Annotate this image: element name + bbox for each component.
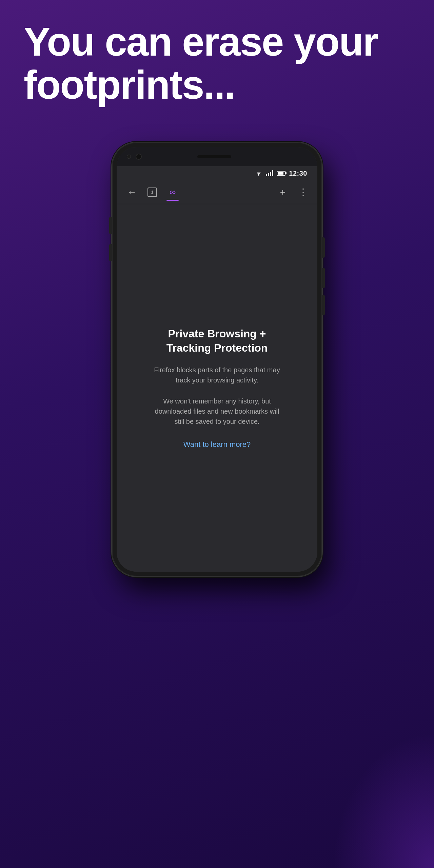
battery-icon: [277, 171, 285, 176]
phone-screen: 12:30 ← 1 ∞: [117, 147, 317, 572]
accent-gradient-decoration: [332, 732, 434, 868]
notch-bar: [117, 147, 317, 166]
normal-tab-count-icon: 1: [147, 188, 157, 197]
private-mask-icon: ∞: [170, 187, 176, 197]
status-time: 12:30: [289, 170, 307, 177]
headline-text: You can erase your footprints...: [24, 20, 410, 107]
phone-mockup: 12:30 ← 1 ∞: [112, 142, 322, 576]
menu-button[interactable]: ⋮: [296, 185, 311, 200]
tab-bar-actions: + ⋮: [275, 185, 311, 200]
browser-main-content: Private Browsing +Tracking Protection Fi…: [117, 204, 317, 572]
tab-switcher: 1 ∞: [144, 184, 181, 201]
phone-outer-shell: 12:30 ← 1 ∞: [112, 142, 322, 576]
normal-tabs-button[interactable]: 1: [144, 184, 161, 201]
private-browsing-title: Private Browsing +Tracking Protection: [166, 327, 268, 355]
camera-small: [127, 155, 131, 159]
camera-large: [136, 154, 142, 160]
add-tab-button[interactable]: +: [275, 185, 290, 200]
browser-tab-bar: ← 1 ∞ + ⋮: [117, 180, 317, 204]
notch-speaker: [197, 155, 231, 158]
learn-more-link[interactable]: Want to learn more?: [183, 440, 251, 449]
status-bar: 12:30: [117, 166, 317, 180]
tracking-protection-description: Firefox blocks parts of the pages that m…: [153, 365, 281, 385]
private-tab-active-indicator: [166, 200, 179, 201]
camera-area: [127, 154, 142, 160]
history-disclaimer: We won't remember any history, but downl…: [153, 396, 281, 427]
status-icons: 12:30: [255, 170, 307, 177]
back-button[interactable]: ←: [123, 184, 140, 201]
private-tab-button[interactable]: ∞: [164, 184, 181, 201]
wifi-icon: [255, 170, 262, 176]
svg-point-0: [258, 175, 259, 176]
tab-count-label: 1: [151, 190, 154, 195]
signal-icon: [266, 170, 273, 176]
